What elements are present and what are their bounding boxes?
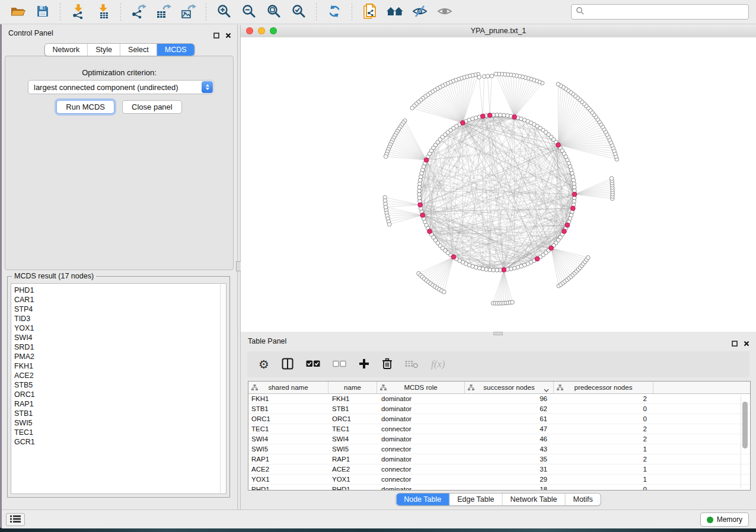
- mcds-node-item[interactable]: SWI5: [14, 418, 220, 428]
- mcds-hub-node[interactable]: [480, 114, 485, 118]
- table-row[interactable]: PHD1PHD1dominator180: [248, 485, 750, 491]
- mcds-hub-node[interactable]: [420, 213, 425, 217]
- refresh-button[interactable]: [323, 2, 346, 21]
- mcds-hub-node[interactable]: [535, 257, 540, 261]
- mcds-hub-node[interactable]: [428, 229, 432, 234]
- table-row[interactable]: TEC1TEC1connector472: [248, 424, 750, 434]
- close-window-icon[interactable]: [246, 27, 253, 34]
- mcds-node-item[interactable]: STP4: [14, 305, 220, 314]
- deselect-all-button[interactable]: [333, 355, 346, 373]
- mcds-hub-node[interactable]: [549, 246, 554, 251]
- minimize-window-icon[interactable]: [258, 27, 265, 34]
- zoom-in-button[interactable]: [212, 2, 236, 21]
- table-row[interactable]: YOX1YOX1connector291: [248, 475, 750, 485]
- mcds-hub-node[interactable]: [570, 206, 575, 211]
- close-panel-icon[interactable]: [225, 30, 231, 41]
- zoom-selected-button[interactable]: [287, 2, 311, 21]
- table-row[interactable]: STB1STB1dominator620: [248, 404, 750, 414]
- criterion-select[interactable]: largest connected component (undirected): [28, 80, 214, 94]
- mcds-hub-node[interactable]: [502, 268, 506, 273]
- function-builder-button[interactable]: f(x): [431, 355, 445, 373]
- zoom-out-button[interactable]: [237, 2, 261, 21]
- mcds-node-item[interactable]: ACE2: [14, 371, 220, 380]
- mcds-node-item[interactable]: GCR1: [14, 437, 220, 447]
- scrollbar-thumb[interactable]: [742, 402, 748, 448]
- float-panel-icon[interactable]: [732, 338, 738, 349]
- float-panel-icon[interactable]: [213, 30, 219, 41]
- add-column-button[interactable]: [359, 355, 369, 373]
- table-scrollbar[interactable]: [741, 395, 748, 488]
- mcds-result-list[interactable]: PHD1CAR1STP4TID3YOX1SWI4SRD1PMA2FKH1ACE2…: [11, 283, 220, 494]
- tab-network[interactable]: Network: [44, 44, 87, 56]
- hide-panels-button[interactable]: [408, 2, 432, 21]
- maximize-window-icon[interactable]: [270, 27, 277, 34]
- column-header-successor-nodes[interactable]: successor nodes: [465, 382, 554, 393]
- table-row[interactable]: FKH1FKH1dominator962: [248, 394, 750, 404]
- show-panels-button[interactable]: [433, 2, 457, 21]
- import-network-button[interactable]: [66, 2, 90, 21]
- mcds-hub-node[interactable]: [562, 229, 567, 234]
- tab-motifs[interactable]: Motifs: [564, 493, 600, 505]
- close-panel-button[interactable]: Close panel: [122, 100, 182, 114]
- mcds-node-item[interactable]: FKH1: [14, 361, 220, 371]
- mcds-hub-node[interactable]: [512, 114, 517, 119]
- column-header-name[interactable]: name: [328, 382, 377, 393]
- mcds-hub-node[interactable]: [565, 223, 570, 227]
- table-row[interactable]: ACE2ACE2connector311: [248, 464, 750, 475]
- mcds-hub-node[interactable]: [451, 255, 456, 259]
- memory-button[interactable]: Memory: [700, 512, 749, 527]
- mcds-result-scrollbar[interactable]: [220, 283, 227, 494]
- tab-style[interactable]: Style: [87, 44, 120, 56]
- open-file-button[interactable]: [6, 2, 30, 21]
- task-history-button[interactable]: [6, 513, 25, 526]
- column-header-MCDS-role[interactable]: MCDS role: [377, 382, 465, 393]
- delete-column-button[interactable]: [382, 355, 393, 373]
- table-row[interactable]: RAP1RAP1dominator352: [248, 454, 750, 464]
- export-image-button[interactable]: [177, 2, 200, 21]
- new-network-button[interactable]: [358, 2, 382, 21]
- tab-node-table[interactable]: Node Table: [396, 493, 449, 505]
- mcds-node-item[interactable]: SRD1: [14, 342, 220, 352]
- table-row[interactable]: SWI5SWI5connector431: [248, 444, 750, 454]
- tab-mcds[interactable]: MCDS: [157, 44, 194, 56]
- select-all-button[interactable]: [306, 355, 320, 373]
- mcds-hub-node[interactable]: [460, 120, 465, 125]
- run-mcds-button[interactable]: Run MCDS: [56, 100, 114, 114]
- table-row[interactable]: ORC1ORC1dominator610: [248, 414, 750, 424]
- mcds-hub-node[interactable]: [487, 113, 492, 118]
- mcds-hub-node[interactable]: [424, 158, 429, 162]
- export-network-button[interactable]: [127, 2, 151, 21]
- show-columns-button[interactable]: [282, 355, 294, 373]
- tab-select[interactable]: Select: [120, 44, 157, 56]
- mcds-hub-node[interactable]: [572, 192, 577, 197]
- export-table-button[interactable]: [152, 2, 176, 21]
- mcds-node-item[interactable]: TID3: [14, 314, 220, 323]
- import-table-button[interactable]: [91, 2, 115, 21]
- network-graph[interactable]: [241, 37, 756, 332]
- tab-network-table[interactable]: Network Table: [502, 493, 565, 505]
- mcds-node-item[interactable]: STB5: [14, 380, 220, 390]
- delete-table-button[interactable]: [405, 355, 419, 373]
- mcds-hub-node[interactable]: [556, 143, 561, 148]
- column-header-shared-name[interactable]: shared name: [248, 382, 328, 393]
- network-window-titlebar[interactable]: YPA_prune.txt_1: [241, 25, 756, 38]
- zoom-fit-button[interactable]: [262, 2, 286, 21]
- mcds-node-item[interactable]: PMA2: [14, 352, 220, 361]
- table-settings-button[interactable]: ⚙: [259, 355, 269, 373]
- mcds-node-item[interactable]: STB1: [14, 409, 220, 418]
- mcds-node-item[interactable]: CAR1: [14, 295, 220, 305]
- home-navigator-button[interactable]: [383, 2, 407, 21]
- search-input[interactable]: [587, 7, 744, 17]
- network-canvas[interactable]: [241, 37, 756, 332]
- close-panel-icon[interactable]: [744, 338, 749, 349]
- mcds-node-item[interactable]: YOX1: [14, 323, 220, 333]
- mcds-node-item[interactable]: PHD1: [14, 286, 220, 295]
- tab-edge-table[interactable]: Edge Table: [449, 493, 502, 505]
- mcds-hub-node[interactable]: [418, 203, 423, 207]
- mcds-node-item[interactable]: ORC1: [14, 390, 220, 399]
- table-row[interactable]: SWI4SWI4dominator462: [248, 434, 750, 444]
- mcds-node-item[interactable]: TEC1: [14, 428, 220, 437]
- mcds-node-item[interactable]: SWI4: [14, 333, 220, 342]
- mcds-node-item[interactable]: RAP1: [14, 399, 220, 409]
- save-session-button[interactable]: [31, 2, 55, 21]
